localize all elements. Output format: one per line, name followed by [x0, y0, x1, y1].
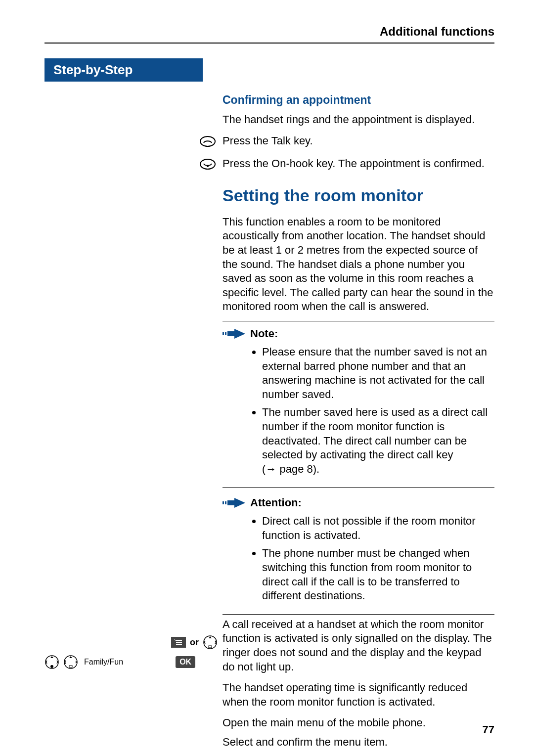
onhook-key-text: Press the On-hook key. The appointment i…	[222, 157, 485, 171]
note-list: Please ensure that the number saved is n…	[222, 345, 494, 476]
note-item-2: The number saved here is used as a direc…	[262, 405, 494, 476]
select-confirm-text: Select and confirm the menu item.	[222, 735, 494, 750]
header-rule	[44, 43, 494, 44]
room-monitor-para3: The handset operating time is significan…	[222, 681, 494, 709]
confirming-heading: Confirming an appointment	[222, 93, 494, 107]
note-block: Note: Please ensure that the number save…	[222, 321, 494, 488]
room-monitor-para2: A call received at a handset at which th…	[222, 618, 494, 674]
note-item-1: Please ensure that the number saved is n…	[262, 345, 494, 401]
room-monitor-para1: This function enables a room to be monit…	[222, 215, 494, 314]
or-text: or	[190, 637, 199, 648]
svg-point-2	[207, 165, 209, 167]
svg-rect-3	[222, 332, 224, 335]
confirming-intro: The handset rings and the appointment is…	[222, 113, 494, 127]
talk-key-icon	[193, 134, 222, 148]
note-title: Note:	[250, 327, 278, 340]
svg-rect-7	[222, 501, 224, 504]
section-header: Additional functions	[44, 25, 494, 39]
attention-block: Attention: Direct call is not possible i…	[222, 490, 494, 615]
nav-down-icon	[44, 655, 59, 669]
attention-arrow-icon	[222, 498, 245, 508]
svg-rect-8	[225, 501, 226, 504]
attention-title: Attention:	[250, 496, 302, 509]
svg-marker-6	[234, 329, 245, 339]
nav-right-icon	[63, 655, 78, 669]
talk-key-text: Press the Talk key.	[222, 134, 313, 148]
room-monitor-heading: Setting the room monitor	[222, 186, 494, 205]
svg-point-19	[50, 665, 53, 668]
svg-point-1	[200, 159, 215, 169]
attention-list: Direct call is not possible if the room …	[222, 514, 494, 603]
svg-rect-4	[225, 332, 226, 335]
attention-item-1: Direct call is not possible if the room …	[262, 514, 494, 542]
onhook-key-icon	[193, 157, 222, 171]
attention-item-2: The phone number must be changed when sw…	[262, 546, 494, 603]
menu-key-icon	[171, 637, 186, 648]
open-menu-text: Open the main menu of the mobile phone.	[222, 716, 494, 730]
family-fun-label: Family/Fun	[84, 658, 123, 667]
svg-rect-5	[227, 331, 234, 336]
open-menu-guide: or	[138, 635, 218, 650]
svg-marker-10	[234, 498, 245, 508]
ok-key-icon: OK	[176, 656, 195, 668]
step-by-step-badge: Step-by-Step	[44, 58, 203, 82]
svg-rect-16	[209, 646, 212, 648]
note-arrow-icon	[222, 329, 245, 339]
svg-rect-22	[69, 666, 72, 667]
svg-marker-15	[209, 636, 212, 638]
svg-rect-9	[227, 500, 234, 505]
svg-marker-18	[50, 656, 53, 658]
select-confirm-guide: Family/Fun OK	[44, 655, 195, 669]
nav-key-icon	[203, 635, 218, 650]
svg-marker-21	[69, 656, 72, 658]
page-number: 77	[483, 723, 494, 736]
